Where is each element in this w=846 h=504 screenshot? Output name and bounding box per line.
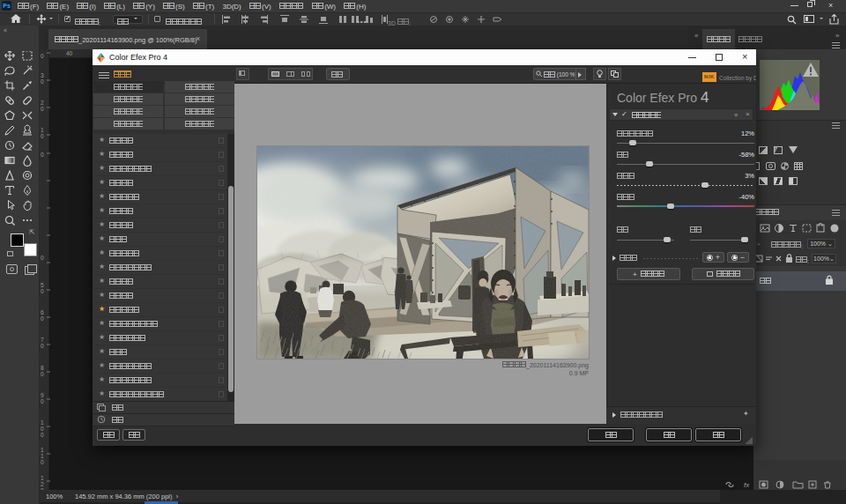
svg-text:0: 0 [41, 426, 44, 432]
svg-text:0: 0 [41, 53, 44, 59]
svg-text:0: 0 [41, 255, 44, 261]
svg-text:2: 2 [41, 100, 44, 106]
svg-text:0: 0 [41, 432, 44, 438]
svg-text:0: 0 [41, 288, 44, 294]
svg-text:2: 2 [41, 481, 44, 487]
svg-text:0: 0 [41, 106, 44, 112]
svg-text:5: 5 [41, 282, 44, 288]
svg-text:9: 9 [41, 392, 44, 398]
svg-text:6: 6 [41, 309, 44, 315]
svg-text:0: 0 [41, 78, 44, 85]
svg-text:3: 3 [41, 72, 44, 78]
svg-text:0: 0 [41, 133, 44, 139]
svg-text:1: 1 [41, 419, 44, 426]
svg-text:fx: fx [744, 481, 750, 489]
svg-text:8: 8 [41, 365, 44, 371]
svg-text:1: 1 [41, 447, 44, 453]
svg-text:0: 0 [41, 371, 44, 377]
svg-text:1: 1 [41, 127, 44, 133]
svg-text:0: 0 [41, 398, 44, 404]
svg-text:1: 1 [41, 475, 44, 481]
svg-text:0: 0 [41, 315, 44, 322]
svg-text:1: 1 [41, 453, 44, 459]
svg-text:7: 7 [41, 337, 44, 343]
svg-text:0: 0 [41, 152, 44, 158]
svg-text:0: 0 [41, 459, 44, 465]
svg-text:0: 0 [41, 343, 44, 349]
